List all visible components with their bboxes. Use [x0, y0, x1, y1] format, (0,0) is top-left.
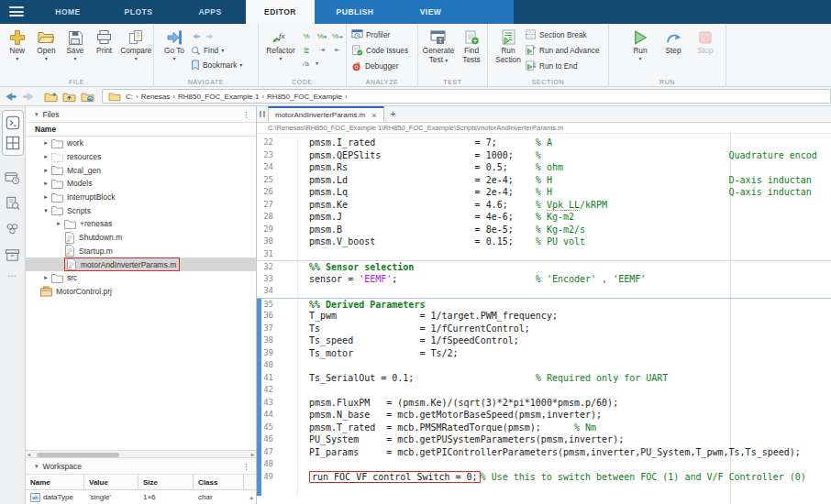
hamburger-menu-icon[interactable]: [9, 6, 24, 17]
code-line[interactable]: 41Ts_SerialOut = 0.1; % Required only fo…: [257, 372, 831, 385]
panel-menu-icon[interactable]: ⋮: [242, 110, 250, 119]
file-tree-item[interactable]: ▾Scripts: [26, 203, 256, 217]
collapsed-arrow-icon[interactable]: ▸: [40, 180, 51, 187]
code-line[interactable]: 35%% Derived Parameters: [257, 298, 831, 311]
code-issues-button[interactable]: Code Issues: [351, 43, 408, 58]
collapsed-arrow-icon[interactable]: ▸: [40, 193, 51, 201]
file-tree-item[interactable]: ▸resources: [26, 150, 256, 164]
refactor-button[interactable]: fx Refactor ▾: [261, 26, 300, 75]
new-button[interactable]: New ▾: [3, 26, 32, 75]
breadcrumb-segment[interactable]: RH850_FOC_Example: [264, 93, 345, 101]
step-button[interactable]: Step: [657, 26, 690, 75]
profiler-button[interactable]: Profiler: [351, 27, 408, 42]
wrap-comments-icon[interactable]: %➔: [331, 30, 344, 42]
code-line[interactable]: 39Ts_motor = Ts/2;: [257, 347, 831, 360]
file-tree-item[interactable]: motorAndInverterParams.m: [26, 257, 256, 271]
close-tab-icon[interactable]: ×: [371, 111, 376, 120]
file-tree-item[interactable]: Startup.m: [26, 245, 256, 258]
code-line[interactable]: 46PU_System = mcb.getPUSystemParameters(…: [257, 433, 831, 446]
panel-menu-icon[interactable]: ⋮: [242, 462, 250, 471]
code-line[interactable]: 38Ts_speed = 1/fSpeedControl;: [257, 334, 831, 347]
apps-packages-icon[interactable]: [4, 220, 22, 238]
run-button[interactable]: Run ▾: [624, 26, 657, 75]
goto-button[interactable]: Go To ▾: [158, 26, 191, 75]
code-line[interactable]: 31: [257, 248, 831, 261]
section-break-button[interactable]: Section Break: [526, 27, 600, 42]
search-documents-icon[interactable]: [4, 194, 22, 213]
more-panels-icon[interactable]: ⋯: [0, 271, 25, 280]
code-line[interactable]: 44pmsm.N_base = mcb.getMotorBaseSpeed(pm…: [257, 409, 831, 422]
editor-panel-icon[interactable]: [4, 114, 22, 132]
editor-tab[interactable]: motorAndInverterParams.m ×: [268, 106, 384, 122]
find-tests-button[interactable]: Find Tests: [457, 26, 486, 75]
collapsed-arrow-icon[interactable]: ▸: [40, 274, 51, 281]
tab-home[interactable]: HOME: [37, 0, 99, 24]
indent-right-icon[interactable]: ⇥: [316, 44, 328, 56]
code-line[interactable]: 47PI_params = mcb.getPIControllerParamet…: [257, 446, 831, 459]
new-folder-icon[interactable]: [44, 91, 58, 103]
code-line[interactable]: 30pmsm.V_boost = 0.15; % PU volt: [257, 236, 831, 248]
code-line[interactable]: 36T_pwm = 1/target.PWM_frequency;: [257, 310, 831, 323]
folder-up-icon[interactable]: [62, 91, 76, 103]
file-tree-item[interactable]: ▸InterruptBlock: [26, 191, 256, 204]
code-line[interactable]: 48: [257, 458, 831, 471]
file-tree-item[interactable]: ▸+renesas: [26, 217, 256, 231]
code-line[interactable]: 28pmsm.J = 4e-6; % Kg-m2: [257, 211, 831, 224]
workspace-column-header[interactable]: Name: [26, 475, 84, 489]
workspace-variable-row[interactable]: abdataType'single'1×6char▴: [26, 490, 256, 504]
open-button[interactable]: Open ▾: [32, 26, 61, 75]
scroll-up-icon[interactable]: ▴: [249, 494, 256, 501]
code-line[interactable]: 22pmsm.I_rated = 7; % A: [257, 137, 831, 149]
layout-grid-icon[interactable]: [4, 134, 22, 152]
comment-icon[interactable]: %: [300, 30, 313, 42]
generate-test-button[interactable]: T Generate Test ▾: [420, 26, 457, 75]
code-line[interactable]: 49run_FOC_VF_control_Switch = 0;% Use th…: [257, 471, 831, 484]
back-arrow-icon[interactable]: [191, 31, 202, 41]
code-line[interactable]: 34: [257, 285, 831, 298]
workspace-column-header[interactable]: Value: [84, 475, 138, 489]
code-line[interactable]: 45pmsm.T_rated = mcb.PMSMRatedTorque(pms…: [257, 422, 831, 434]
breadcrumb[interactable]: C:›Renesas›RH850_FOC_Example 1›RH850_FOC…: [102, 89, 831, 104]
print-button[interactable]: Print: [90, 26, 119, 75]
tab-editor[interactable]: EDITOR: [246, 0, 315, 24]
expanded-arrow-icon[interactable]: ▾: [40, 207, 51, 214]
tab-publish[interactable]: PUBLISH: [318, 0, 392, 24]
archive-box-icon[interactable]: [4, 246, 22, 264]
back-navigation-icon[interactable]: [5, 91, 17, 103]
panel-splitter-icon[interactable]: [257, 111, 268, 122]
breadcrumb-segment[interactable]: RH850_FOC_Example 1: [175, 93, 261, 101]
scroll-right-icon[interactable]: ▸: [251, 451, 254, 458]
scrollbar-thumb[interactable]: [37, 453, 119, 457]
browse-folder-icon[interactable]: [81, 91, 94, 103]
collapsed-arrow-icon[interactable]: ▸: [53, 220, 64, 227]
code-line[interactable]: 42: [257, 384, 831, 397]
code-line[interactable]: 24pmsm.Rs = 0.5; % ohm: [257, 161, 831, 174]
code-line[interactable]: 23pmsm.QEPSlits = 1000; % Quadrature enc…: [257, 149, 831, 162]
code-line[interactable]: 32%% Sensor selection: [257, 260, 831, 273]
file-tree-item[interactable]: ▸Mcal_gen: [26, 163, 256, 177]
code-line[interactable]: 37Ts = 1/fCurrentControl;: [257, 323, 831, 335]
find-button[interactable]: Find ▾: [191, 43, 242, 58]
run-to-end-button[interactable]: Run to End: [526, 59, 600, 73]
code-line[interactable]: 27pmsm.Ke = 4.6; % Vpk_LL/kRPM: [257, 199, 831, 212]
smart-indent-icon[interactable]: ≧: [300, 44, 313, 56]
forward-navigation-icon[interactable]: [22, 91, 35, 103]
tab-apps[interactable]: APPS: [176, 0, 244, 24]
file-tree-item[interactable]: Shutdown.m: [26, 231, 256, 245]
collapsed-arrow-icon[interactable]: ▸: [40, 139, 51, 147]
indent-left-icon[interactable]: ⇤: [331, 44, 344, 56]
breadcrumb-segment[interactable]: C:: [123, 93, 136, 101]
run-section-button[interactable]: Run Section: [491, 26, 526, 75]
forward-arrow-icon[interactable]: [205, 31, 216, 41]
compare-button[interactable]: Compare ▾: [118, 26, 153, 75]
scroll-left-icon[interactable]: ◂: [28, 451, 30, 458]
file-tree-item[interactable]: ▸Models: [26, 177, 256, 191]
collapsed-arrow-icon[interactable]: ▸: [40, 167, 51, 174]
stop-button[interactable]: Stop: [690, 26, 721, 75]
file-tree-item[interactable]: MotorControl.prj: [26, 285, 256, 299]
workspace-column-header[interactable]: Size: [138, 475, 194, 489]
tab-view[interactable]: VIEW: [396, 0, 465, 24]
files-horizontal-scrollbar[interactable]: ◂ ▸: [26, 450, 256, 458]
file-tree-item[interactable]: ▸work: [26, 137, 256, 150]
tab-plots[interactable]: PLOTS: [103, 0, 174, 24]
